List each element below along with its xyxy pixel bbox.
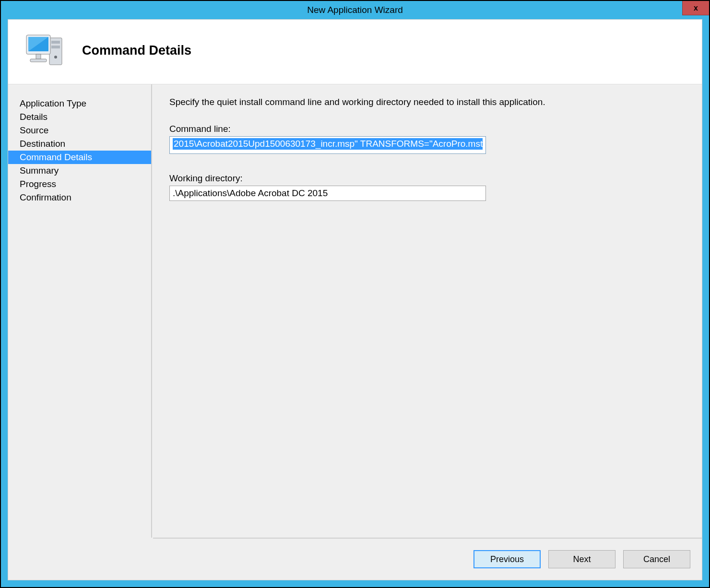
nav-item-application-type[interactable]: Application Type [8, 97, 151, 110]
wizard-body-row: Application Type Details Source Destinat… [8, 84, 702, 538]
titlebar: New Application Wizard x [1, 1, 709, 19]
wizard-main: Specify the quiet install command line a… [152, 84, 702, 538]
window-title: New Application Wizard [1, 5, 709, 15]
working-directory-field-block: Working directory: [169, 173, 685, 201]
nav-item-details[interactable]: Details [8, 110, 151, 124]
svg-rect-2 [51, 46, 60, 48]
close-button[interactable]: x [682, 1, 709, 15]
wizard-header: Command Details [8, 20, 702, 84]
svg-point-3 [54, 56, 57, 59]
command-line-field-block: Command line: 2015\Acrobat2015Upd1500630… [169, 124, 685, 154]
command-line-value: 2015\Acrobat2015Upd1500630173_incr.msp" … [173, 138, 483, 150]
window-body: Command Details Application Type Details… [8, 19, 702, 580]
computer-icon [24, 31, 66, 70]
working-directory-input[interactable] [169, 186, 486, 201]
instructions-text: Specify the quiet install command line a… [169, 97, 685, 107]
svg-rect-7 [30, 59, 47, 62]
wizard-nav: Application Type Details Source Destinat… [8, 84, 152, 538]
svg-rect-1 [51, 41, 60, 44]
nav-item-confirmation[interactable]: Confirmation [8, 191, 151, 204]
wizard-footer: Previous Next Cancel [153, 538, 702, 580]
nav-item-command-details[interactable]: Command Details [8, 151, 151, 164]
command-line-input[interactable]: 2015\Acrobat2015Upd1500630173_incr.msp" … [169, 136, 486, 154]
close-icon: x [694, 4, 698, 12]
wizard-window: New Application Wizard x [0, 0, 710, 588]
next-button[interactable]: Next [548, 550, 615, 568]
nav-item-summary[interactable]: Summary [8, 164, 151, 177]
nav-item-progress[interactable]: Progress [8, 177, 151, 191]
page-title: Command Details [82, 43, 191, 58]
nav-item-destination[interactable]: Destination [8, 137, 151, 151]
cancel-button[interactable]: Cancel [623, 550, 690, 568]
svg-rect-6 [36, 54, 41, 59]
previous-button[interactable]: Previous [473, 550, 541, 568]
command-line-label: Command line: [169, 124, 685, 134]
nav-item-source[interactable]: Source [8, 124, 151, 137]
working-directory-label: Working directory: [169, 173, 685, 184]
